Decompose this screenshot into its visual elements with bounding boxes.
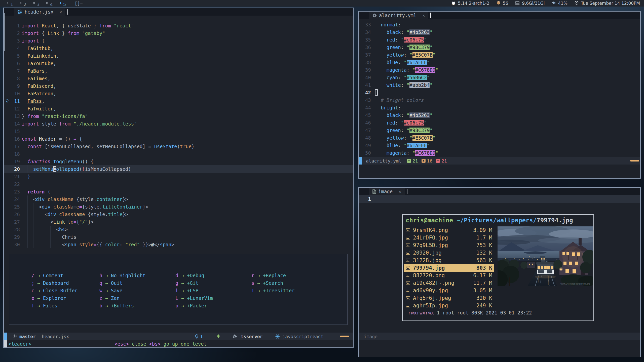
whichkey-item[interactable]: c → Close Buffer xyxy=(31,287,78,294)
file-row[interactable]: ad6v90y.jpg3.05 M xyxy=(404,287,494,294)
whichkey-item[interactable]: w → Save xyxy=(99,287,145,294)
sign-column xyxy=(4,203,10,211)
line-number: 39 xyxy=(360,66,371,74)
line-number: 28 xyxy=(10,226,20,233)
workspace-5[interactable]: 5 xyxy=(60,2,66,7)
file-row[interactable]: aghr5Ip.jpg249 K xyxy=(404,302,494,309)
whichkey-item[interactable]: e → Explorer xyxy=(31,294,78,302)
whichkey-label: +Treesitter xyxy=(263,288,295,293)
token xyxy=(22,76,27,81)
file-row[interactable]: 97q9L5D.jpg753 K xyxy=(404,242,494,249)
tab-header-jsx[interactable]: header.jsx ✕ xyxy=(14,8,65,16)
file-row[interactable]: 31228.jpg563 K xyxy=(404,257,494,264)
token: : xyxy=(398,60,404,65)
line-number: 21 xyxy=(10,173,20,180)
token: const xyxy=(27,144,42,149)
token: " xyxy=(404,75,406,80)
code-line: 34 black: "#4b5263" xyxy=(359,28,640,36)
code-line: 47 green: "#98C379" xyxy=(359,127,640,134)
token: " xyxy=(435,150,438,156)
arrow-right-icon: → xyxy=(178,295,187,301)
token: }> xyxy=(88,219,94,225)
package-count: 56 xyxy=(503,1,508,6)
token: , xyxy=(56,53,59,59)
file-row[interactable]: AFq5r6j.jpeg320 K xyxy=(404,294,494,302)
sign-column xyxy=(4,82,10,90)
file-row[interactable]: 882720.png6.17 M xyxy=(404,272,494,279)
token: toggleMenu xyxy=(53,159,82,164)
whichkey-item[interactable]: ; → Dashboard xyxy=(31,279,78,287)
gutter-gap xyxy=(371,36,375,44)
whichkey-item[interactable]: q → Quit xyxy=(99,279,145,287)
code-line: 30 <span style={{ color: "red" }}>@</spa… xyxy=(4,241,353,248)
whichkey-item[interactable]: g → +Git xyxy=(175,279,213,287)
whichkey-item[interactable]: f → Files xyxy=(31,302,78,309)
line-text: yellow: "#E5C07B" xyxy=(375,134,640,142)
image-file-icon xyxy=(406,228,410,232)
lightbulb-icon xyxy=(4,97,10,105)
gutter-gap xyxy=(371,51,375,59)
close-icon[interactable]: ✕ xyxy=(59,10,62,14)
file-row[interactable]: 799794.jpg803 K xyxy=(404,264,494,272)
token: #4b5263 xyxy=(409,29,430,35)
diagnostic-count: 1 xyxy=(200,334,203,339)
whichkey-item[interactable]: z → Zen xyxy=(99,294,145,302)
code-area[interactable]: 1 xyxy=(359,195,640,203)
indent-guide xyxy=(45,233,45,241)
indent-guide xyxy=(27,203,28,211)
token: > xyxy=(171,242,174,247)
file-row[interactable]: 24LrDFQ.jpg1.7 M xyxy=(404,234,494,242)
file-row[interactable]: 20920.jpg132 K xyxy=(404,249,494,257)
whichkey-item[interactable]: r → +Replace xyxy=(251,272,295,279)
line-text: <div className={style.titleContainer}> xyxy=(22,203,353,211)
whichkey-label: No Highlight xyxy=(111,273,145,278)
code-line: 28 <h4> xyxy=(4,226,353,233)
whichkey-item[interactable]: p → +Packer xyxy=(175,302,213,309)
gutter-gap xyxy=(20,233,22,241)
whichkey-item[interactable]: s → +Search xyxy=(251,279,295,287)
sign-column xyxy=(4,165,10,173)
token: " xyxy=(401,37,404,43)
sign-column xyxy=(4,211,10,218)
whichkey-item[interactable]: L → +LunarVim xyxy=(175,294,213,302)
token: : xyxy=(401,29,407,35)
tab-image[interactable]: image ✕ xyxy=(369,188,405,195)
workspace-4[interactable]: 4 xyxy=(46,2,53,7)
close-icon[interactable]: ✕ xyxy=(399,189,401,194)
workspace-3[interactable]: 3 xyxy=(33,2,40,7)
indent-guide xyxy=(381,142,381,149)
whichkey-item[interactable]: d → +Debug xyxy=(175,272,213,279)
token: Link xyxy=(53,219,65,225)
whichkey-item[interactable]: / → Comment xyxy=(31,272,78,279)
hint-text: go up one level xyxy=(161,341,207,347)
whichkey-item[interactable]: h → No Highlight xyxy=(99,272,145,279)
whichkey-key: / xyxy=(31,273,34,278)
gutter-gap xyxy=(371,89,375,96)
line-text: red: "#e06c75" xyxy=(375,119,640,127)
whichkey-key: L xyxy=(175,295,178,301)
whichkey-key: h xyxy=(99,273,102,278)
code-area[interactable]: 33 normal:34 black: "#4b5263"35 red: "#e… xyxy=(359,21,640,157)
workspace-1[interactable]: 1 xyxy=(7,2,13,7)
sign-column xyxy=(4,241,10,248)
line-number: 11 xyxy=(10,97,20,105)
whichkey-item[interactable]: l → +LSP xyxy=(175,287,213,294)
token: : xyxy=(404,52,409,58)
token: = xyxy=(94,242,96,247)
code-line: 2import { Link } from "gatsby" xyxy=(4,29,353,37)
workspace-2[interactable]: 2 xyxy=(20,2,26,7)
layout-indicator[interactable]: []= xyxy=(74,1,83,6)
file-row[interactable]: a19c482f~.png11.7 M xyxy=(404,279,494,287)
code-area[interactable]: 1import React, { useState } from "react"… xyxy=(4,22,353,248)
token xyxy=(36,136,39,142)
whichkey-item[interactable]: b → +Buffers xyxy=(99,302,145,309)
arrow-right-icon: → xyxy=(34,288,43,293)
whichkey-item[interactable]: T → +Treesitter xyxy=(251,287,295,294)
file-row[interactable]: 9rsmTK4.png3.09 M xyxy=(404,226,494,234)
diff-changed-icon: ▪ xyxy=(422,159,426,163)
indent-guide xyxy=(50,241,51,248)
close-icon[interactable]: ✕ xyxy=(423,13,425,18)
tab-alacritty-yml[interactable]: alacritty.yml ✕ xyxy=(369,12,428,19)
line-number: 40 xyxy=(360,74,371,81)
gutter-gap xyxy=(20,135,22,143)
